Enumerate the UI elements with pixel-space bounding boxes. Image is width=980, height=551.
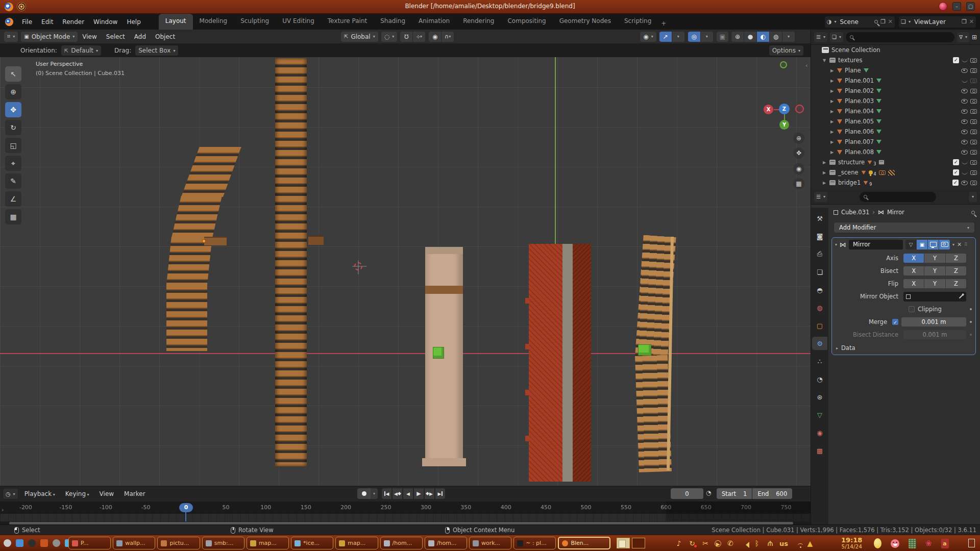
show-gizmo-toggle[interactable]: ↗ [659, 32, 672, 42]
mirror-object-field[interactable] [903, 292, 966, 302]
tool-rotate[interactable]: ↻ [5, 120, 21, 135]
snap-toggle[interactable]: Ω [400, 32, 412, 42]
properties-editor-type-button[interactable]: ☰▾ [814, 192, 827, 202]
render-visibility-icon[interactable] [970, 140, 977, 144]
overlays-dropdown[interactable]: ▾ [701, 32, 713, 42]
tab-layout[interactable]: Layout [159, 14, 193, 30]
visibility-eye-closed-icon[interactable] [962, 79, 968, 83]
taskbar-window-map[interactable]: map... [247, 537, 289, 549]
tool-measure[interactable]: ∠ [5, 191, 21, 207]
notification-tray-icon[interactable]: ▲ [806, 539, 814, 547]
tab-animation[interactable]: Animation [412, 14, 456, 30]
options-dropdown[interactable]: Options ▾ [769, 45, 803, 56]
gizmo-axis-neg-y[interactable] [780, 61, 787, 68]
tool-scale[interactable]: ◱ [5, 138, 21, 153]
window-close-button[interactable] [939, 2, 947, 11]
outliner-row-scene-collection[interactable]: Scene Collection [811, 45, 980, 55]
taskbar-window-smb[interactable]: smb:... [202, 537, 244, 549]
render-visibility-icon[interactable] [970, 150, 977, 155]
toggle-edit-mode[interactable]: ▣ [917, 240, 927, 249]
gizmo-dropdown[interactable]: ▾ [672, 32, 684, 42]
tab-modeling[interactable]: Modeling [193, 14, 234, 30]
menu-help[interactable]: Help [122, 16, 145, 28]
outliner-row-plane-001[interactable]: ▶Plane.001 [811, 76, 980, 86]
visibility-eye-icon[interactable] [961, 150, 968, 155]
pin-icon[interactable] [874, 20, 878, 23]
menu-edit[interactable]: Edit [37, 16, 58, 28]
taskbar-clock[interactable]: 19:18 5/14/24 [841, 537, 862, 550]
visibility-eye-closed-icon[interactable] [962, 59, 968, 62]
updates-tray-icon[interactable]: ↻ [688, 539, 696, 547]
properties-options-dropdown[interactable]: ▾ [969, 192, 977, 202]
calculator-applet-icon[interactable] [909, 539, 916, 548]
tool-move[interactable]: ✥ [5, 102, 21, 117]
tab-uv-editing[interactable]: UV Editing [276, 14, 321, 30]
tab-sculpting[interactable]: Sculpting [234, 14, 276, 30]
tab-shading[interactable]: Shading [374, 14, 412, 30]
animate-dot[interactable] [970, 308, 972, 310]
visibility-dropdown[interactable]: ◉▾ [640, 32, 656, 42]
properties-tab-physics[interactable]: ◔ [812, 372, 827, 386]
animate-dot[interactable] [970, 321, 972, 323]
launcher-app-2-icon[interactable] [14, 538, 25, 548]
bisect-z-button[interactable]: Z [946, 266, 966, 276]
mode-dropdown[interactable]: ▣ Object Mode ▾ [21, 32, 78, 42]
disclosure-right-icon[interactable]: ▶ [822, 181, 827, 185]
music-tray-icon[interactable]: ♪ [675, 539, 683, 547]
exclude-checkbox[interactable]: ✓ [953, 57, 959, 63]
outliner-row-plane-004[interactable]: ▶Plane.004 [811, 106, 980, 116]
taskbar-window-hom[interactable]: /hom... [425, 537, 467, 549]
smiley-applet-icon[interactable] [891, 539, 899, 548]
pan-button[interactable]: ✥ [793, 147, 804, 159]
modifier-delete-button[interactable]: ✕ [957, 241, 962, 248]
proportional-editing-toggle[interactable]: ◉ [429, 32, 441, 42]
auto-key-record-button[interactable] [357, 488, 371, 499]
visibility-eye-closed-icon[interactable] [962, 171, 968, 174]
render-visibility-icon[interactable] [970, 170, 977, 175]
timeline-menu-keying[interactable]: Keying ▾ [61, 488, 94, 499]
egg-applet-icon[interactable] [874, 538, 881, 548]
outliner-row-textures[interactable]: ▼textures✓ [811, 55, 980, 65]
disclosure-right-icon[interactable]: ▶ [829, 150, 835, 155]
timeline-menu-marker[interactable]: Marker [119, 488, 150, 499]
modifier-name-field[interactable]: Mirror [849, 240, 903, 249]
gizmo-axis-neg-x[interactable] [795, 105, 804, 113]
launcher-app-1-icon[interactable] [2, 538, 13, 548]
outliner-row-plane-008[interactable]: ▶Plane.008 [811, 147, 980, 157]
play-reverse-button[interactable]: ◀ [403, 488, 413, 499]
tab-rendering[interactable]: Rendering [456, 14, 501, 30]
outliner-filter-dropdown[interactable]: ∇▾ [957, 32, 969, 42]
bridge-ladder-tall[interactable] [275, 58, 307, 466]
breadcrumb-modifier[interactable]: Mirror [887, 209, 904, 216]
plank-piece-right[interactable] [308, 236, 324, 245]
toggle-render[interactable] [939, 240, 950, 249]
current-frame-field[interactable]: 0 [671, 488, 703, 499]
disclosure-down-icon[interactable]: ▼ [822, 58, 827, 63]
disclosure-right-icon[interactable]: ▶ [829, 68, 835, 73]
taskbar-window-hom[interactable]: /hom... [380, 537, 423, 549]
disclosure-right-icon[interactable]: ▶ [829, 119, 835, 124]
outliner-row-plane[interactable]: ▶Plane [811, 65, 980, 76]
show-overlays-toggle[interactable]: ◎ [688, 32, 700, 42]
new-scene-icon[interactable]: ❐ [880, 18, 886, 25]
visibility-eye-icon[interactable] [961, 140, 968, 144]
visibility-eye-icon[interactable] [961, 181, 968, 185]
flip-x-button[interactable]: X [903, 279, 924, 288]
properties-tab-material[interactable]: ◉ [812, 426, 827, 439]
taskbar-window-ice[interactable]: *ice... [291, 537, 333, 549]
outliner-row-plane-003[interactable]: ▶Plane.003 [811, 96, 980, 106]
drag-handle-icon[interactable]: ⠿ [964, 242, 968, 247]
new-collection-button[interactable]: ⊞ [972, 34, 977, 41]
plank-piece-left[interactable] [204, 237, 227, 245]
modifier-extras-dropdown[interactable]: ▾ [952, 242, 954, 247]
outliner-row-scene[interactable]: ▶_scene4✓ [811, 167, 980, 178]
timeline-expand-arrow[interactable]: › [2, 507, 4, 513]
disclosure-right-icon[interactable]: ▶ [829, 109, 835, 114]
sidebar-collapse-arrow[interactable]: ‹ [805, 62, 807, 69]
playhead[interactable] [185, 511, 186, 521]
render-visibility-icon[interactable] [970, 181, 977, 185]
properties-tab-view-layer[interactable]: ❏ [812, 265, 827, 279]
data-subpanel-header[interactable]: ▸ Data [836, 344, 971, 352]
properties-tab-scene[interactable]: ◓ [812, 283, 827, 296]
gizmo-axis-x[interactable]: X [764, 105, 773, 114]
